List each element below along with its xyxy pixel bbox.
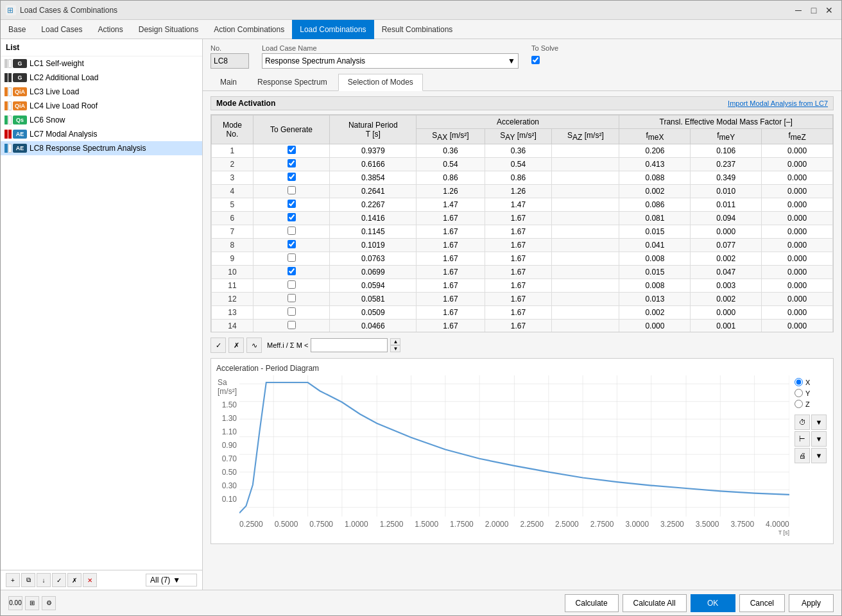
dropdown-icon-btn-2[interactable]: ▼ [811, 431, 827, 447]
row-checkbox-cell[interactable] [253, 252, 329, 266]
badge-ae: AE [13, 130, 27, 139]
all-dropdown[interactable]: All (7) ▼ [146, 574, 197, 586]
bottom-btn-1[interactable]: 0.00 [8, 596, 22, 610]
axes-icon-btn[interactable]: ⊢ [795, 431, 810, 447]
uncheck-all-btn[interactable]: ✗ [228, 338, 244, 353]
row-checkbox-cell[interactable] [253, 171, 329, 185]
row-checkbox-cell[interactable] [253, 212, 329, 225]
list-item[interactable]: AE LC7 Modal Analysis [1, 127, 202, 141]
row-checkbox[interactable] [288, 146, 296, 154]
radio-z-label[interactable]: Z [795, 400, 810, 408]
menu-item-result-combinations[interactable]: Result Combinations [374, 20, 461, 39]
list-item-selected[interactable]: AE LC8 Response Spectrum Analysis [1, 141, 202, 155]
spinner-up[interactable]: ▲ [390, 338, 400, 345]
row-checkbox[interactable] [288, 307, 296, 316]
radio-y[interactable] [795, 389, 803, 397]
bottom-btn-3[interactable]: ⚙ [42, 596, 56, 610]
row-checkbox[interactable] [288, 321, 296, 329]
row-checkbox[interactable] [288, 200, 296, 208]
row-checkbox[interactable] [288, 186, 296, 194]
row-checkbox-cell[interactable] [253, 185, 329, 198]
filter-btn[interactable]: ∿ [246, 338, 262, 353]
list-item[interactable]: Qs LC6 Snow [1, 113, 202, 127]
list-item[interactable]: QiA LC3 Live Load [1, 85, 202, 99]
row-checkbox[interactable] [288, 159, 296, 167]
row-checkbox-cell[interactable] [253, 144, 329, 158]
ok-button[interactable]: OK [691, 594, 735, 612]
to-solve-checkbox[interactable] [531, 56, 540, 64]
row-checkbox-cell[interactable] [253, 198, 329, 212]
tab-response-spectrum[interactable]: Response Spectrum [248, 74, 337, 90]
row-say: 1.67 [485, 239, 552, 252]
print-icon-btn[interactable]: 🖨 [795, 448, 810, 463]
row-checkbox[interactable] [288, 280, 296, 289]
meff-filter-input[interactable] [311, 338, 388, 352]
menu-item-action-combinations[interactable]: Action Combinations [206, 20, 292, 39]
row-checkbox[interactable] [288, 267, 296, 275]
row-saz [552, 266, 619, 279]
radio-y-label[interactable]: Y [795, 389, 810, 397]
mode-table: ModeNo. To Generate Natural PeriodT [s] … [211, 115, 833, 332]
list-item[interactable]: G LC2 Additional Load [1, 71, 202, 85]
row-saz [552, 293, 619, 306]
row-fmex: 0.081 [619, 212, 691, 225]
radio-x[interactable] [795, 378, 803, 386]
row-checkbox-cell[interactable] [253, 158, 329, 171]
delete-button[interactable]: ✕ [83, 573, 97, 587]
radio-z[interactable] [795, 400, 803, 408]
cancel-button[interactable]: Cancel [739, 594, 785, 612]
row-checkbox-cell[interactable] [253, 320, 329, 332]
list-item[interactable]: QiA LC4 Live Load Roof [1, 99, 202, 113]
tab-selection-of-modes[interactable]: Selection of Modes [338, 74, 423, 91]
menu-item-actions[interactable]: Actions [90, 20, 130, 39]
clock-icon-btn[interactable]: ⏱ [795, 415, 810, 430]
row-checkbox[interactable] [288, 173, 296, 181]
no-input[interactable] [210, 53, 249, 69]
list-item[interactable]: G LC1 Self-weight [1, 56, 202, 71]
row-checkbox-cell[interactable] [253, 239, 329, 252]
dropdown-icon[interactable]: ▼ [508, 56, 515, 65]
check-button[interactable]: ✓ [52, 573, 66, 587]
radio-x-label[interactable]: X [795, 378, 810, 386]
row-fmex: 0.002 [619, 306, 691, 320]
row-checkbox[interactable] [288, 253, 296, 262]
menu-item-load-cases[interactable]: Load Cases [33, 20, 90, 39]
menu-item-base[interactable]: Base [1, 20, 33, 39]
dropdown-icon-btn-3[interactable]: ▼ [811, 448, 827, 463]
row-sax: 1.26 [417, 185, 485, 198]
row-checkbox-cell[interactable] [253, 306, 329, 320]
menu-item-load-combinations[interactable]: Load Combinations [292, 20, 374, 39]
row-period: 0.0699 [330, 266, 417, 279]
dropdown-icon-btn[interactable]: ▼ [811, 415, 827, 430]
check-all-btn[interactable]: ✓ [210, 338, 226, 353]
row-no: 4 [212, 185, 253, 198]
apply-button[interactable]: Apply [789, 594, 834, 612]
minimize-button[interactable]: ─ [791, 3, 805, 17]
import-link[interactable]: Import Modal Analysis from LC7 [728, 99, 828, 107]
menu-item-design-situations[interactable]: Design Situations [131, 20, 206, 39]
row-no: 14 [212, 320, 253, 332]
uncheck-button[interactable]: ✗ [67, 573, 82, 587]
row-checkbox[interactable] [288, 240, 296, 248]
row-checkbox-cell[interactable] [253, 279, 329, 293]
import-button[interactable]: ↓ [37, 573, 51, 587]
copy-button[interactable]: ⧉ [21, 573, 35, 587]
sidebar-footer-buttons: + ⧉ ↓ ✓ ✗ ✕ [6, 573, 97, 587]
row-checkbox-cell[interactable] [253, 225, 329, 239]
to-solve-label: To Solve [531, 44, 558, 52]
row-checkbox[interactable] [288, 227, 296, 235]
row-checkbox[interactable] [288, 294, 296, 302]
close-button[interactable]: ✕ [822, 3, 836, 17]
tabs-bar: Main Response Spectrum Selection of Mode… [203, 74, 841, 91]
row-checkbox[interactable] [288, 213, 296, 221]
calculate-button[interactable]: Calculate [565, 594, 619, 612]
maximize-button[interactable]: □ [807, 3, 821, 17]
tab-main[interactable]: Main [210, 74, 246, 90]
calculate-all-button[interactable]: Calculate All [623, 594, 687, 612]
row-checkbox-cell[interactable] [253, 266, 329, 279]
data-table-wrapper[interactable]: ModeNo. To Generate Natural PeriodT [s] … [210, 114, 834, 332]
row-checkbox-cell[interactable] [253, 293, 329, 306]
bottom-btn-2[interactable]: ⊞ [25, 596, 39, 610]
spinner-down[interactable]: ▼ [390, 345, 400, 352]
add-button[interactable]: + [6, 573, 20, 587]
